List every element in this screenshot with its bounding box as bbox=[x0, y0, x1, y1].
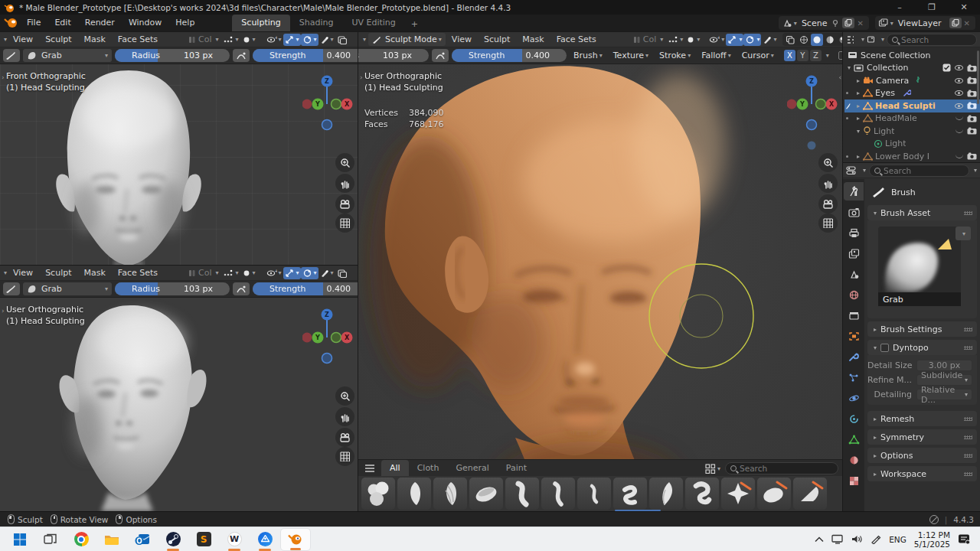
chevron-down-icon[interactable]: ▾ bbox=[861, 36, 864, 43]
panel-dyntopo[interactable]: ▾ Dyntopo bbox=[867, 340, 977, 355]
camera-view-button[interactable] bbox=[335, 194, 354, 214]
close-button[interactable]: ✕ bbox=[948, 0, 980, 15]
scene-selector[interactable]: ▾ Scene ✕ bbox=[779, 16, 869, 30]
brush-thumbnail-flatten[interactable] bbox=[757, 478, 791, 510]
expander-icon[interactable]: ▸ bbox=[854, 90, 863, 96]
tab-constraints[interactable] bbox=[844, 409, 864, 428]
new-scene-button[interactable] bbox=[842, 18, 854, 28]
tab-scene[interactable] bbox=[844, 265, 864, 283]
tab-output[interactable] bbox=[844, 223, 864, 242]
shading-rendered-icon[interactable] bbox=[837, 34, 843, 46]
zoom-view-button[interactable] bbox=[335, 386, 354, 406]
tab-collection[interactable] bbox=[844, 306, 864, 324]
pen-icon[interactable] bbox=[871, 534, 881, 544]
orthographic-toggle-button[interactable] bbox=[335, 447, 354, 466]
symmetry-x-toggle[interactable]: X bbox=[784, 50, 795, 61]
menu-view[interactable]: View bbox=[446, 34, 478, 44]
falloff-shape-dropdown[interactable]: ▾ bbox=[240, 34, 257, 46]
strength-slider[interactable]: Strength 0.400 bbox=[452, 49, 567, 62]
mode-dropdown[interactable]: Sculpt Mode▾ bbox=[368, 33, 446, 46]
network-display-icon[interactable] bbox=[831, 534, 844, 544]
properties-editor-icon[interactable] bbox=[846, 165, 858, 175]
tab-material[interactable] bbox=[844, 451, 864, 469]
expander-icon[interactable]: ▸ bbox=[854, 115, 863, 122]
start-button[interactable] bbox=[5, 528, 35, 551]
toolbar-expand-icon[interactable]: › bbox=[360, 73, 363, 81]
menu-mask[interactable]: Mask bbox=[77, 34, 111, 44]
proportional-edit-dropdown[interactable]: ▾ bbox=[666, 34, 684, 46]
toolbar-expand-icon[interactable]: › bbox=[2, 307, 5, 315]
menu-window[interactable]: Window bbox=[122, 15, 168, 31]
menu-mask[interactable]: Mask bbox=[516, 34, 550, 44]
radius-pressure-toggle[interactable] bbox=[233, 49, 250, 62]
hide-viewport-icon[interactable] bbox=[955, 65, 963, 70]
tab-modifiers[interactable] bbox=[844, 347, 864, 366]
brush-thumbnail-inflate[interactable] bbox=[613, 478, 647, 510]
outliner-scrollbar[interactable] bbox=[977, 51, 979, 104]
zoom-view-button[interactable] bbox=[818, 153, 838, 172]
brush-tool-icon[interactable] bbox=[3, 282, 20, 295]
outliner-row-lower-body[interactable]: ▸ Lower Body I bbox=[844, 150, 980, 163]
chevron-down-icon[interactable]: ▾ bbox=[717, 465, 720, 472]
disable-render-icon[interactable] bbox=[967, 115, 977, 122]
brush-select-dropdown[interactable]: Grab▾ bbox=[23, 49, 112, 62]
shelf-search[interactable] bbox=[725, 462, 838, 474]
symmetry-options-chevron-icon[interactable]: ▾ bbox=[826, 52, 829, 59]
workspace-tab-uv-editing[interactable]: UV Editing bbox=[342, 15, 404, 31]
stroke-menu[interactable]: Stroke▾ bbox=[655, 49, 694, 62]
viewport-main-canvas[interactable]: › ‹ User Orthographic (1) Head Sculpting… bbox=[358, 64, 843, 511]
radius-slider[interactable]: Radius 103 px bbox=[115, 49, 230, 62]
strength-slider[interactable]: Strength 0.400 bbox=[253, 49, 358, 62]
falloff-menu[interactable]: Falloff▾ bbox=[697, 49, 735, 62]
task-view-button[interactable] bbox=[35, 528, 66, 551]
symmetry-z-toggle[interactable]: Z bbox=[810, 50, 822, 61]
tab-data[interactable] bbox=[844, 430, 864, 448]
radius-pressure-toggle[interactable] bbox=[432, 49, 449, 62]
brush-thumbnail-snake-hook[interactable] bbox=[721, 478, 755, 510]
viewport-user-left-canvas[interactable]: Z Y X › User Orthographic (1) Head Sculp… bbox=[0, 298, 358, 511]
menu-face-sets[interactable]: Face Sets bbox=[112, 268, 164, 278]
disable-render-icon[interactable] bbox=[967, 152, 977, 160]
tab-texture[interactable] bbox=[844, 471, 864, 490]
mask-visibility-dropdown[interactable]: +▾ bbox=[265, 267, 283, 279]
viewlayer-selector[interactable]: ▾ ViewLayer ✕ bbox=[875, 16, 975, 30]
brush-preview[interactable]: Grab bbox=[878, 227, 961, 306]
brush-thumbnail-blob[interactable] bbox=[361, 478, 395, 510]
new-viewlayer-button[interactable] bbox=[949, 18, 962, 28]
pan-view-button[interactable] bbox=[335, 174, 354, 193]
panel-brush-settings[interactable]: ▸ Brush Settings bbox=[867, 321, 977, 337]
shelf-tab-paint[interactable]: Paint bbox=[498, 460, 535, 476]
editor-type-chevron-icon[interactable]: ▾ bbox=[363, 36, 366, 43]
brush-thumbnail-grab[interactable] bbox=[649, 478, 683, 510]
annotate-tool-dropdown[interactable]: ▾ bbox=[761, 34, 778, 46]
panel-grip[interactable] bbox=[964, 346, 972, 350]
toolbar-expand-icon[interactable]: › bbox=[2, 73, 5, 81]
checkbox-checked-icon[interactable] bbox=[942, 64, 951, 72]
expander-icon[interactable]: ▸ bbox=[854, 77, 863, 84]
shading-material-icon[interactable] bbox=[824, 34, 836, 46]
expander-icon[interactable]: ▾ bbox=[844, 64, 854, 71]
sublime-icon[interactable]: S bbox=[188, 528, 219, 551]
zoom-view-button[interactable] bbox=[335, 153, 354, 172]
viewport-main[interactable]: ▾ Sculpt Mode▾ View Sculpt Mask Face Set… bbox=[358, 32, 843, 511]
hidden-viewport-icon[interactable] bbox=[956, 155, 963, 158]
restore-button[interactable]: ❐ bbox=[916, 0, 948, 15]
transform-orientation-toggle[interactable]: ▾ bbox=[283, 267, 301, 279]
orthographic-toggle-button[interactable] bbox=[335, 214, 354, 233]
tab-tool[interactable] bbox=[844, 182, 864, 201]
tab-particles[interactable] bbox=[844, 368, 864, 386]
brush-thumbnail-scrape[interactable] bbox=[793, 478, 827, 510]
shelf-tab-cloth[interactable]: Cloth bbox=[409, 460, 448, 476]
panel-brush-asset[interactable]: ▾ Brush Asset bbox=[867, 205, 977, 220]
texture-menu[interactable]: Texture▾ bbox=[609, 49, 652, 62]
proportional-edit-dropdown[interactable]: ▾ bbox=[221, 34, 240, 46]
brush-thumbnail-crease[interactable] bbox=[505, 478, 539, 510]
chevron-down-icon[interactable]: ▾ bbox=[974, 167, 977, 174]
file-explorer-icon[interactable] bbox=[96, 528, 127, 551]
brush-asset-dropdown-button[interactable]: ▾ bbox=[956, 227, 971, 240]
outliner-row-light[interactable]: ▾ Light bbox=[844, 125, 980, 138]
brush-tool-icon[interactable] bbox=[3, 49, 20, 62]
clock[interactable]: 1:12 PM 5/1/2025 bbox=[914, 530, 950, 549]
chrome-icon[interactable] bbox=[66, 528, 96, 551]
hidden-viewport-icon[interactable] bbox=[956, 129, 963, 133]
